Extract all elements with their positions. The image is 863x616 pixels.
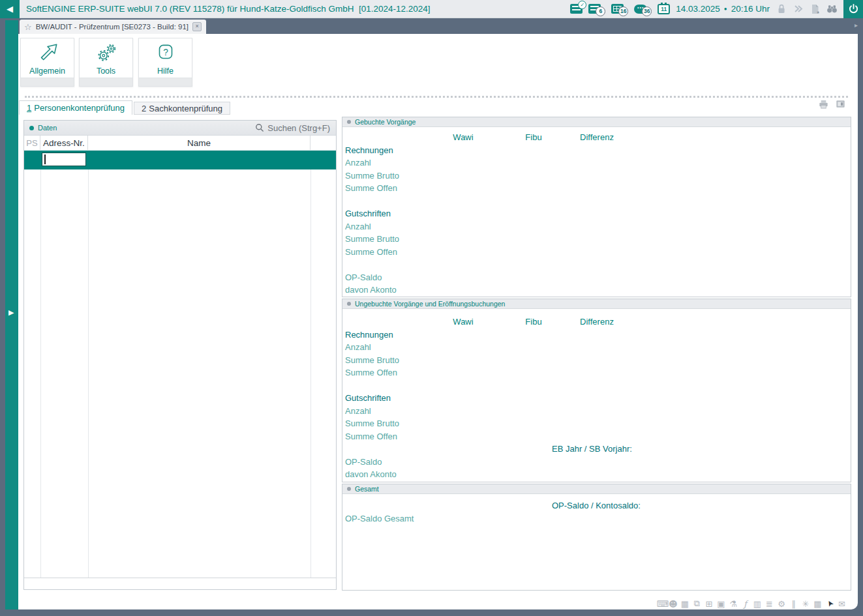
back-icon: ◀ xyxy=(7,4,13,14)
sidebar-collapse-strip[interactable]: ▶ xyxy=(5,20,18,609)
row-label: Summe Offen xyxy=(345,247,397,257)
grid-notifications-icon[interactable]: 16 xyxy=(611,4,624,14)
status-dot xyxy=(29,126,34,130)
column-header-name[interactable]: Name xyxy=(88,136,310,150)
datetime: 14.03.2025 ● 20:16 Uhr xyxy=(676,4,770,14)
print-preview-icon[interactable] xyxy=(835,98,846,110)
board-check-icon[interactable]: ✓ xyxy=(570,4,583,14)
section-ungebuchte-vorgaenge: Ungebuchte Vorgänge und Eröffnungsbuchun… xyxy=(342,299,851,482)
adressnr-input[interactable] xyxy=(42,153,86,166)
row-label: OP-Saldo xyxy=(345,272,382,282)
row-label: davon Akonto xyxy=(345,285,397,295)
lock-icon[interactable]: ▣ xyxy=(717,599,725,609)
toolbar-button-hilfe[interactable]: ? Hilfe xyxy=(138,38,192,87)
row-label: Summe Offen xyxy=(345,432,397,441)
app-title: SoftENGINE ERP-SUITE webUI 7.0 (REV 1152… xyxy=(26,4,431,14)
gears-icon[interactable]: ⚙ xyxy=(778,599,786,609)
grid-count-badge: 16 xyxy=(618,7,628,16)
row-label: Anzahl xyxy=(345,222,371,231)
row-label: Summe Brutto xyxy=(345,418,399,428)
formula-icon[interactable]: ƒ xyxy=(741,599,749,609)
row-label: OP-Saldo xyxy=(345,457,382,467)
col-fibu: Fibu xyxy=(511,132,556,142)
row-label: Anzahl xyxy=(345,158,371,168)
bullet-separator: ● xyxy=(724,6,727,12)
column-header-adressnr[interactable]: Adress-Nr. xyxy=(40,136,88,150)
user-icon[interactable]: ☻ xyxy=(669,599,677,609)
row-label: Gutschriften xyxy=(345,209,391,218)
tab-sachkontenpruefung[interactable]: 2 Sachkontenprüfung xyxy=(134,102,230,115)
table-hscrollbar[interactable] xyxy=(24,578,336,589)
cursor-icon[interactable]: ➤ xyxy=(824,598,836,609)
toolbar-button-label: Hilfe xyxy=(157,66,174,76)
row-label: OP-Saldo Gesamt xyxy=(345,514,414,523)
toolbar-button-tools[interactable]: Tools xyxy=(79,38,133,87)
book-icon[interactable]: ▥ xyxy=(753,599,762,609)
dotted-separator xyxy=(25,96,848,98)
calendar-icon[interactable]: 11 xyxy=(658,4,670,14)
row-label: Summe Brutto xyxy=(345,234,399,244)
screen-icon[interactable]: ⊞ xyxy=(705,599,714,609)
chat-icon[interactable]: ••• 36 xyxy=(634,5,647,14)
row-label: Rechnungen xyxy=(345,330,393,340)
printer-icon[interactable] xyxy=(818,98,829,110)
section-title: Ungebuchte Vorgänge und Eröffnungsbuchun… xyxy=(355,300,505,308)
report-icon[interactable]: ≣ xyxy=(765,599,774,609)
row-label: Gutschriften xyxy=(345,393,391,403)
calculator-icon[interactable]: ▦ xyxy=(681,599,689,609)
document-star-icon[interactable]: ★ xyxy=(810,3,821,15)
column-header-ps[interactable]: PS xyxy=(24,136,40,150)
column-headers-row: Wawi Fibu Differenz xyxy=(342,315,851,329)
tab-personenkontenpruefung[interactable]: 1 Personenkontenprüfung xyxy=(19,100,132,115)
status-dot xyxy=(347,487,351,491)
check-tabs: 1 Personenkontenprüfung 2 Sachkontenprüf… xyxy=(19,100,230,115)
lock-icon[interactable] xyxy=(776,3,787,15)
column-header-extra xyxy=(310,136,336,150)
tab-close-icon[interactable]: × xyxy=(192,22,202,31)
row-label: Anzahl xyxy=(345,342,371,352)
search-control[interactable]: Suchen (Strg+F) xyxy=(255,123,330,133)
keyboard-icon[interactable]: ⌨ xyxy=(657,599,665,609)
titlebar-icons: ✓ 6 16 ••• 36 11 14.03.2025 ● 20:16 Uhr xyxy=(570,0,863,18)
gears-icon xyxy=(94,38,119,66)
table-body[interactable] xyxy=(24,169,336,579)
logout-power-button[interactable] xyxy=(843,0,863,18)
svg-text:★: ★ xyxy=(817,10,820,14)
flask-icon[interactable]: ⚗ xyxy=(729,599,738,609)
power-icon xyxy=(848,3,859,14)
message-icon[interactable]: ✉ xyxy=(838,599,846,609)
expand-icon: ▶ xyxy=(8,308,14,317)
col-wawi: Wawi xyxy=(440,132,486,142)
copy-icon[interactable]: ⧉ xyxy=(693,598,701,609)
columns-icon[interactable]: ∥ xyxy=(789,599,798,609)
row-label: Summe Offen xyxy=(345,368,397,377)
eb-jahr-note: EB Jahr / SB Vorjahr: xyxy=(552,444,632,454)
tasks-list-icon[interactable]: 6 xyxy=(588,4,601,14)
time-label: 20:16 Uhr xyxy=(731,4,770,14)
favorite-star-icon[interactable]: ☆ xyxy=(24,22,32,32)
col-differenz: Differenz xyxy=(568,132,626,142)
row-label: Anzahl xyxy=(345,406,371,416)
calendar-icon[interactable]: ▦ xyxy=(813,599,822,609)
window-tab-pruefzentrum[interactable]: ☆ BW/AUDIT - Prüfzentrum [SE0273 - Build… xyxy=(20,20,206,34)
chat-count-badge: 36 xyxy=(642,7,652,16)
status-icon-bar: ⌨ ☻ ▦ ⧉ ⊞ ▣ ⚗ ƒ ▥ ≣ ⚙ ∥ ✳ ▦ ➤ ✉ xyxy=(657,598,847,609)
section-gesamt: Gesamt OP-Saldo / Kontosaldo: OP-Saldo G… xyxy=(342,484,851,591)
check-icon: ✓ xyxy=(578,1,586,9)
status-dot xyxy=(347,302,351,306)
back-button[interactable]: ◀ xyxy=(0,0,20,18)
table-header: PS Adress-Nr. Name xyxy=(24,136,336,151)
selected-table-row[interactable] xyxy=(24,151,336,169)
snowflake-icon[interactable]: ✳ xyxy=(802,599,810,609)
section-title: Gesamt xyxy=(355,485,379,493)
arrow-ne-icon xyxy=(35,38,60,66)
binoculars-icon[interactable] xyxy=(826,3,838,15)
col-fibu: Fibu xyxy=(511,317,556,327)
status-dot xyxy=(347,120,351,124)
toolbar-button-allgemein[interactable]: Allgemein xyxy=(20,38,74,87)
report-actions xyxy=(818,98,846,110)
forward-icon[interactable] xyxy=(793,3,804,15)
op-saldo-note: OP-Saldo / Kontosaldo: xyxy=(552,501,641,510)
search-icon xyxy=(255,123,264,132)
tabs-scroll-right-icon[interactable]: ▸ xyxy=(855,22,858,29)
